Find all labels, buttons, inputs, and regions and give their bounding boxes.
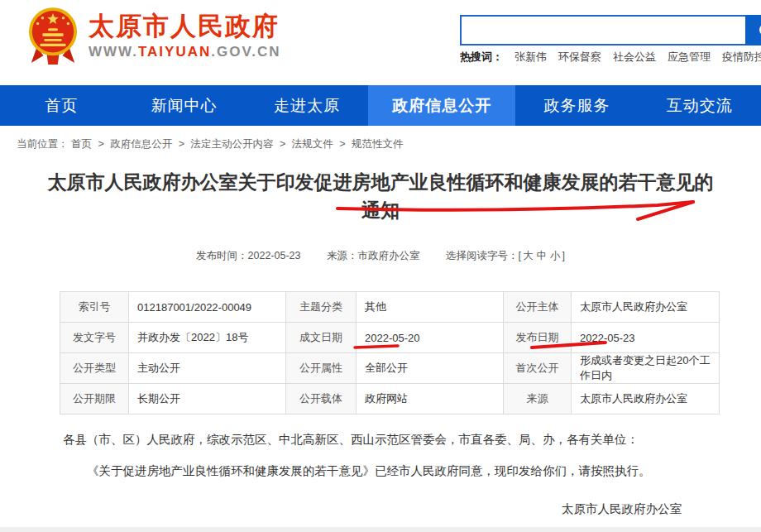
nav-item-gov-info[interactable]: 政府信息公开 <box>368 85 515 126</box>
table-value: 长期公开 <box>129 384 286 415</box>
table-label: 公开主体 <box>504 292 572 323</box>
publish-time-value: 2022-05-23 <box>248 250 301 261</box>
font-size-label: 选择阅读字号： <box>446 250 519 261</box>
bracket: [ <box>518 250 520 261</box>
document-body: 各县（市、区）人民政府，综改示范区、中北高新区、西山示范区管委会，市直各委、局、… <box>0 431 761 532</box>
hot-search-word[interactable]: 应急管理 <box>668 50 711 63</box>
table-label: 公开属性 <box>286 353 357 384</box>
nav-item-interaction[interactable]: 互动交流 <box>639 85 761 126</box>
table-value: 012187001/2022-00049 <box>129 292 286 323</box>
breadcrumb-label: 当前位置： <box>17 138 69 150</box>
breadcrumb: 当前位置： 首页 > 政府信息公开 > 法定主动公开内容 > 法规文件 > 规范… <box>0 126 761 151</box>
table-value: 形成或者变更之日起20个工作日内 <box>572 353 720 384</box>
table-value: 2022-05-23 <box>572 323 720 353</box>
table-value: 并政办发〔2022〕18号 <box>129 323 286 353</box>
hot-search-label: 热搜词： <box>460 50 503 63</box>
table-label: 公开期限 <box>60 384 129 415</box>
table-row: 索引号 012187001/2022-00049 主题分类 其他 公开主体 太原… <box>60 292 720 323</box>
breadcrumb-separator: > <box>339 138 345 150</box>
article-title: 太原市人民政府办公室关于印发促进房地产业良性循环和健康发展的若干意见的 通知 <box>0 168 761 224</box>
document-info-table: 索引号 012187001/2022-00049 主题分类 其他 公开主体 太原… <box>60 291 720 415</box>
search-icon <box>758 22 761 39</box>
site-url: WWW.TAIYUAN.GOV.CN <box>89 44 280 60</box>
publish-time-label: 发布时间： <box>196 250 248 261</box>
breadcrumb-item[interactable]: 政府信息公开 <box>110 138 172 150</box>
bracket: ] <box>562 250 564 261</box>
hot-search-word[interactable]: 环保督察 <box>558 50 601 63</box>
publish-time: 发布时间：2022-05-23 <box>196 250 300 261</box>
site-url-suffix: .GOV.CN <box>211 44 280 60</box>
table-label: 首次公开 <box>504 353 572 384</box>
body-paragraph: 《关于促进房地产业良性循环和健康发展的若干意见》已经市人民政府同意，现印发给你们… <box>63 463 720 479</box>
table-row: 发文字号 并政办发〔2022〕18号 成文日期 2022-05-20 发布日期 … <box>60 323 720 353</box>
table-value: 政府网站 <box>357 384 504 415</box>
table-value: 太原市人民政府办公室 <box>572 384 720 415</box>
table-row: 公开期限 长期公开 公开载体 政府网站 来源 太原市人民政府办公室 <box>60 384 720 415</box>
table-value: 其他 <box>357 292 504 323</box>
table-label: 来源 <box>504 384 572 415</box>
table-label: 索引号 <box>60 292 129 323</box>
table-row: 公开类型 主动公开 公开属性 全部公开 首次公开 形成或者变更之日起20个工作日… <box>60 353 720 384</box>
logo-text: 太原市人民政府 WWW.TAIYUAN.GOV.CN <box>89 12 280 60</box>
article-meta: 发布时间：2022-05-23 来源：市政府办公室 选择阅读字号：[大中小] <box>0 249 761 263</box>
nav-item-home[interactable]: 首页 <box>0 85 122 126</box>
hot-search-word[interactable]: 疫情防控 <box>722 50 761 63</box>
breadcrumb-separator: > <box>280 138 285 150</box>
breadcrumb-current: 规范性文件 <box>352 138 404 150</box>
table-value: 2022-05-20 <box>357 323 504 353</box>
nav-item-about[interactable]: 走进太原 <box>246 85 368 126</box>
site-url-www: WWW. <box>89 44 138 60</box>
site-url-main: TAIYUAN <box>138 44 211 60</box>
table-value: 全部公开 <box>357 353 504 384</box>
table-value: 太原市人民政府办公室 <box>572 292 720 323</box>
font-size-small[interactable]: 小 <box>550 250 561 261</box>
site-header: 太原市人民政府 WWW.TAIYUAN.GOV.CN 热搜词：张新伟环保督察社会… <box>0 0 761 85</box>
search-button[interactable] <box>745 15 761 46</box>
breadcrumb-item[interactable]: 首页 <box>71 138 92 150</box>
source-value: 市政府办公室 <box>357 250 419 261</box>
font-size-large[interactable]: 大 <box>523 250 534 261</box>
breadcrumb-item[interactable]: 法规文件 <box>292 138 333 150</box>
table-value: 主动公开 <box>129 353 286 384</box>
main-nav: 首页 新闻中心 走进太原 政府信息公开 政务服务 互动交流 <box>0 85 761 126</box>
hot-search-word[interactable]: 社会公益 <box>613 50 656 63</box>
body-paragraph: 各县（市、区）人民政府，综改示范区、中北高新区、西山示范区管委会，市直各委、局、… <box>63 431 720 448</box>
table-label: 发文字号 <box>60 323 129 353</box>
source: 来源：市政府办公室 <box>327 250 420 261</box>
breadcrumb-item[interactable]: 法定主动公开内容 <box>191 138 274 150</box>
site-name: 太原市人民政府 <box>89 12 280 41</box>
national-emblem-icon <box>27 7 79 66</box>
breadcrumb-separator: > <box>98 138 103 150</box>
table-label: 主题分类 <box>286 292 357 323</box>
table-label: 公开载体 <box>286 384 357 415</box>
nav-item-news[interactable]: 新闻中心 <box>122 85 245 126</box>
page: 太原市人民政府 WWW.TAIYUAN.GOV.CN 热搜词：张新伟环保督察社会… <box>0 0 761 532</box>
signature: 太原市人民政府办公室 <box>63 501 720 517</box>
search-box <box>460 15 761 46</box>
table-label: 公开类型 <box>60 353 129 384</box>
font-size-medium[interactable]: 中 <box>536 250 547 261</box>
article-title-line2: 通知 <box>0 196 761 224</box>
source-label: 来源： <box>327 250 358 261</box>
site-logo[interactable]: 太原市人民政府 WWW.TAIYUAN.GOV.CN <box>27 7 280 66</box>
article-title-line1: 太原市人民政府办公室关于印发促进房地产业良性循环和健康发展的若干意见的 <box>0 168 761 196</box>
nav-item-services[interactable]: 政务服务 <box>515 85 638 126</box>
table-label: 成文日期 <box>286 323 357 353</box>
font-size-selector: 选择阅读字号：[大中小] <box>446 250 565 261</box>
breadcrumb-separator: > <box>179 138 184 150</box>
hot-search-word[interactable]: 张新伟 <box>515 50 547 63</box>
hot-search-row: 热搜词：张新伟环保督察社会公益应急管理疫情防控营商环境 <box>460 50 761 65</box>
search-input[interactable] <box>462 17 759 44</box>
bottom-divider <box>0 527 761 532</box>
table-label: 发布日期 <box>504 323 572 353</box>
